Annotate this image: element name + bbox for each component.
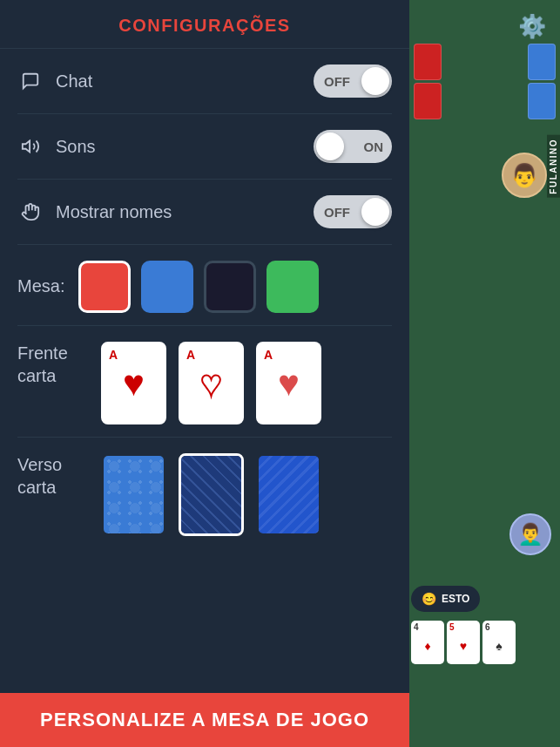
frente-carta-option-2[interactable]: A ♥ (179, 342, 244, 424)
card5-num: 5 (449, 622, 455, 632)
verso-carta-section: Verso carta (17, 438, 392, 548)
settings-title: CONFIGURAÇÕES (118, 16, 290, 35)
frente-carta-label: Frente carta (17, 342, 87, 387)
fulanino-label: FULANINO (547, 135, 560, 198)
card1-heart: ♥ (123, 365, 145, 402)
mostrar-nomes-toggle-text: OFF (324, 205, 350, 220)
blue-card-1 (528, 44, 556, 80)
gear-icon[interactable]: ⚙️ (518, 13, 550, 44)
verso-pattern-diagonal (181, 456, 241, 533)
bottom-banner-text: PERSONALIZE A MESA DE JOGO (40, 709, 369, 730)
chat-label: Chat (56, 71, 314, 92)
svg-marker-0 (23, 141, 30, 153)
mostrar-nomes-toggle[interactable]: OFF (314, 195, 392, 228)
card6-suit: ♠ (496, 639, 502, 653)
game-panel: ⚙️ 👨 FULANINO 👨‍🦱 😊 ESTO 4 (409, 0, 560, 747)
card2-heart: ♥ (200, 365, 222, 402)
sons-label: Sons (56, 137, 314, 157)
bottom-banner: PERSONALIZE A MESA DE JOGO (0, 693, 409, 747)
top-blue-cards (528, 44, 556, 119)
mesa-color-red[interactable] (78, 261, 131, 313)
mesa-label: Mesa: (17, 261, 64, 296)
sons-icon (17, 133, 44, 160)
card3-heart: ♥ (278, 365, 300, 402)
sons-row: Sons ON (17, 114, 392, 180)
frente-carta-section: Frente carta A ♥ A ♥ (17, 326, 392, 438)
settings-panel: CONFIGURAÇÕES Chat OFF (0, 0, 409, 747)
avatar-mid: 👨 (502, 153, 547, 198)
mesa-color-green[interactable] (267, 261, 319, 313)
card2-corner-a: A (186, 348, 195, 362)
sons-toggle-text: ON (364, 139, 384, 154)
card4-num: 4 (414, 622, 419, 632)
chat-toggle-text: OFF (324, 74, 350, 89)
mostrar-nomes-row: Mostrar nomes OFF (17, 180, 392, 245)
chat-toggle[interactable]: OFF (314, 65, 392, 98)
mesa-color-options (78, 261, 319, 313)
verso-carta-option-2[interactable] (179, 453, 244, 536)
chat-icon (17, 68, 44, 94)
app-container: CONFIGURAÇÕES Chat OFF (0, 0, 560, 747)
mesa-color-blue[interactable] (141, 261, 193, 313)
red-card-2 (414, 83, 442, 119)
verso-carta-option-1[interactable] (101, 453, 166, 536)
card3-corner-a: A (264, 348, 273, 362)
card6-num: 6 (485, 622, 490, 632)
blue-card-2 (528, 83, 556, 119)
settings-content: Chat OFF Sons ON (0, 49, 409, 747)
sons-toggle-circle (316, 132, 344, 160)
sons-toggle[interactable]: ON (314, 130, 392, 163)
mesa-inline: Mesa: (17, 261, 392, 313)
avatar-bottom: 👨‍🦱 (509, 513, 551, 555)
smiley-icon: 😊 (422, 592, 436, 606)
top-red-cards (414, 44, 442, 119)
esto-label: ESTO (442, 593, 469, 605)
red-card-1 (414, 44, 442, 80)
esto-button[interactable]: 😊 ESTO (411, 586, 480, 612)
verso-pattern-circles (104, 456, 164, 533)
game-card-5: 5 ♥ (447, 621, 480, 664)
verso-pattern-waves (259, 456, 319, 533)
card5-suit: ♥ (460, 639, 467, 653)
mostrar-nomes-toggle-circle (361, 198, 389, 226)
mesa-color-black[interactable] (204, 261, 256, 313)
game-card-6: 6 ♠ (482, 621, 516, 664)
game-card-4: 4 ♦ (411, 621, 444, 664)
verso-carta-label: Verso carta (17, 453, 87, 499)
verso-carta-options (101, 453, 321, 536)
card1-corner-a: A (109, 348, 118, 362)
settings-header: CONFIGURAÇÕES (0, 0, 409, 49)
frente-carta-options: A ♥ A ♥ A ♥ (101, 342, 321, 424)
mostrar-nomes-label: Mostrar nomes (56, 202, 314, 222)
frente-carta-option-1[interactable]: A ♥ (101, 342, 166, 424)
chat-toggle-circle (361, 67, 389, 95)
verso-carta-option-3[interactable] (256, 453, 321, 536)
mostrar-nomes-icon (17, 199, 44, 225)
chat-row: Chat OFF (17, 49, 392, 114)
card4-suit: ♦ (424, 639, 430, 653)
bottom-cards-row: 4 ♦ 5 ♥ 6 ♠ (411, 621, 516, 664)
mesa-section: Mesa: (17, 245, 392, 326)
frente-carta-option-3[interactable]: A ♥ (256, 342, 321, 424)
